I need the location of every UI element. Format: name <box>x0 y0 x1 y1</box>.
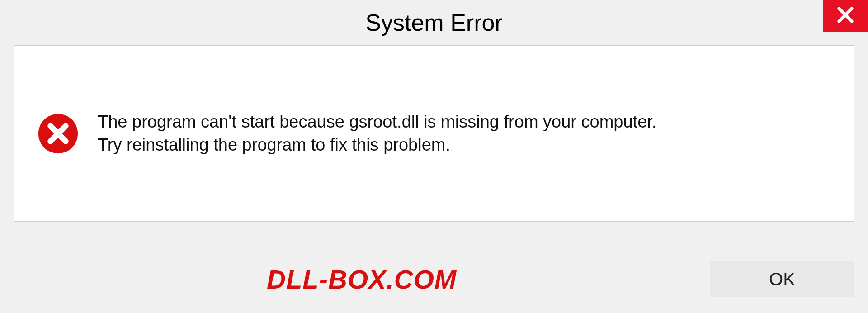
message-line-1: The program can't start because gsroot.d… <box>98 110 831 133</box>
error-icon <box>37 112 80 155</box>
dialog-footer: DLL-BOX.COM OK <box>14 259 854 299</box>
error-dialog: System Error The program can't start bec… <box>0 0 868 313</box>
message-area: The program can't start because gsroot.d… <box>98 110 831 157</box>
watermark: DLL-BOX.COM <box>267 264 457 294</box>
titlebar: System Error <box>0 0 868 45</box>
dialog-content: The program can't start because gsroot.d… <box>14 45 854 222</box>
close-button[interactable] <box>823 0 868 32</box>
ok-button[interactable]: OK <box>710 261 854 297</box>
message-line-2: Try reinstalling the program to fix this… <box>98 133 831 156</box>
close-icon <box>836 5 855 26</box>
dialog-title: System Error <box>365 9 502 36</box>
